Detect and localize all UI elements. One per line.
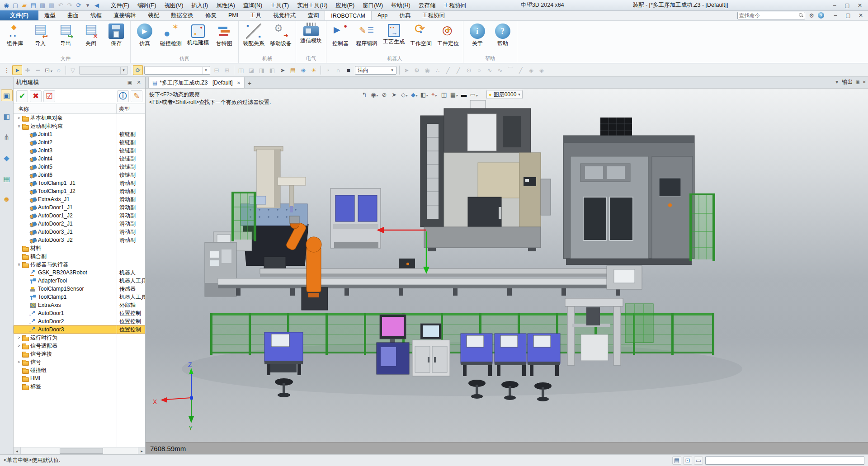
- close-panel-icon[interactable]: ✕: [135, 79, 142, 86]
- process-generate-button[interactable]: 工艺生成: [380, 21, 407, 46]
- last-view-icon[interactable]: ↰: [360, 90, 369, 99]
- tree-row[interactable]: ExtraAxis_J1 滑动副: [14, 195, 145, 203]
- tree-row[interactable]: GSK_RB20A3Robot 机器人: [14, 268, 145, 277]
- tree-row[interactable]: Joint1 铰链副: [14, 130, 145, 138]
- search-input[interactable]: [739, 13, 799, 18]
- close-output-icon[interactable]: ✕: [863, 80, 866, 85]
- expander-icon[interactable]: >: [16, 116, 22, 120]
- pick-box-icon[interactable]: ⊡: [43, 65, 53, 75]
- line-icon[interactable]: ╱: [443, 65, 453, 75]
- mechatronics-panel-icon[interactable]: ▣: [1, 89, 13, 101]
- restore-output-icon[interactable]: ▣: [855, 80, 859, 85]
- tree-row[interactable]: Joint5 铰链副: [14, 163, 145, 171]
- layer-dropdown[interactable]: ● 图层0000 ▾: [486, 90, 523, 99]
- tree-row[interactable]: > 基本机电对象: [14, 114, 145, 122]
- about-button[interactable]: 关于: [465, 21, 490, 47]
- shaded-icon[interactable]: ◆: [410, 90, 419, 99]
- align-right-icon[interactable]: ◨: [257, 65, 267, 75]
- controller-button[interactable]: 控制器: [328, 21, 353, 47]
- workspace-button[interactable]: 工作空间: [407, 21, 434, 47]
- scroll-left-icon[interactable]: ◂: [14, 447, 21, 454]
- menu-item[interactable]: 属性(A): [212, 0, 239, 11]
- tree-row[interactable]: > 运行时行为: [14, 334, 145, 342]
- new-doc-icon[interactable]: ▢: [11, 1, 20, 9]
- tree-row[interactable]: AutoDoor2 位置控制: [14, 317, 145, 325]
- collapse-output-icon[interactable]: ▼: [835, 80, 839, 85]
- curve-icon[interactable]: ∩: [333, 65, 343, 75]
- menu-item[interactable]: 帮助(H): [387, 0, 414, 11]
- toolbar-grip[interactable]: ⋮: [2, 65, 12, 75]
- tree-row[interactable]: AutoDoor1_J1 滑动副: [14, 203, 145, 212]
- tree-row[interactable]: > 信号适配器: [14, 342, 145, 350]
- menu-item[interactable]: 编辑(E): [133, 0, 160, 11]
- help-icon[interactable]: ?: [818, 12, 824, 19]
- mechatronics-button[interactable]: 机电建模: [184, 21, 212, 47]
- simulate-button[interactable]: 仿真: [132, 21, 157, 47]
- scroll-right-icon[interactable]: ▸: [138, 447, 145, 454]
- tree-row[interactable]: 碰撞组: [14, 366, 145, 374]
- app-logo-icon[interactable]: ◉: [2, 1, 11, 9]
- pick-arrow-icon[interactable]: ➤: [12, 65, 22, 75]
- info-icon[interactable]: ⓘ: [117, 90, 129, 102]
- ribbon-tab[interactable]: 修复: [199, 10, 222, 20]
- black-swatch-icon[interactable]: ▬: [459, 90, 468, 99]
- save-icon[interactable]: ▤: [29, 1, 38, 9]
- menu-item[interactable]: 文件(F): [107, 0, 133, 11]
- confirm-icon[interactable]: ✔: [16, 90, 28, 102]
- assembly-manager-icon[interactable]: ◧: [1, 110, 13, 122]
- message-icon[interactable]: ▭: [694, 457, 703, 465]
- program-edit-button[interactable]: 程序编辑: [353, 21, 380, 47]
- report-icon[interactable]: ✎: [131, 90, 142, 102]
- ribbon-tab[interactable]: 视觉样式: [267, 10, 302, 20]
- cancel-icon[interactable]: ✖: [30, 90, 42, 102]
- minimize-button[interactable]: –: [828, 1, 841, 10]
- solid-box-icon[interactable]: ◆: [1, 152, 13, 164]
- box-icon[interactable]: ◈: [526, 65, 536, 75]
- line2-icon[interactable]: ╱: [516, 65, 526, 75]
- user-icon[interactable]: ☻: [1, 193, 13, 205]
- ribbon-tab[interactable]: 曲面: [61, 10, 85, 20]
- menu-item[interactable]: 实用工具(U): [293, 0, 331, 11]
- tree-row[interactable]: > 信号: [14, 358, 145, 366]
- expander-icon[interactable]: >: [16, 335, 22, 340]
- gantt-button[interactable]: 甘特图: [212, 21, 237, 47]
- hierarchy-icon[interactable]: ⋔: [1, 131, 13, 143]
- ribbon-tab[interactable]: 仿真: [393, 10, 416, 20]
- save-button[interactable]: 保存: [104, 21, 129, 47]
- circle-center-icon[interactable]: ⊙: [464, 65, 474, 75]
- tree-row[interactable]: ∨ 传感器与执行器: [14, 260, 145, 268]
- tree-row[interactable]: 材料: [14, 244, 145, 252]
- new-tab-button[interactable]: +: [245, 78, 255, 88]
- tree-row[interactable]: HMI: [14, 374, 145, 382]
- plane-swatch-icon[interactable]: ■: [344, 65, 354, 75]
- batch-print-icon[interactable]: ▥: [47, 1, 56, 9]
- tree-row[interactable]: 耦合副: [14, 252, 145, 260]
- filter-combo[interactable]: [78, 65, 129, 75]
- column-type[interactable]: 类型: [116, 104, 145, 113]
- tree-row[interactable]: Joint2 铰链副: [14, 138, 145, 146]
- tree-row[interactable]: Joint6 铰链副: [14, 171, 145, 179]
- measure-icon[interactable]: ⊟: [212, 65, 222, 75]
- command-input[interactable]: [705, 457, 864, 465]
- wave-icon[interactable]: ∿: [495, 65, 505, 75]
- workpiece-locate-button[interactable]: 工件定位: [434, 21, 462, 47]
- menu-item[interactable]: 查询(N): [239, 0, 266, 11]
- menu-item[interactable]: 视图(V): [160, 0, 188, 11]
- undo-icon[interactable]: ↶: [56, 1, 65, 9]
- menu-item[interactable]: 云存储: [415, 0, 440, 11]
- menu-item[interactable]: 窗口(W): [359, 0, 387, 11]
- play-icon[interactable]: ◉: [422, 65, 432, 75]
- tab-close-icon[interactable]: ✕: [237, 80, 241, 85]
- tree-row[interactable]: ToolClamp1_J1 滑动副: [14, 179, 145, 187]
- white-swatch-icon[interactable]: ▭: [469, 90, 478, 99]
- world-icon[interactable]: ⊕: [298, 65, 308, 75]
- visibility-icon[interactable]: ◉: [370, 90, 379, 99]
- render-image-icon[interactable]: ▦: [1, 173, 13, 184]
- ribbon-tab[interactable]: 工具: [244, 10, 267, 20]
- section-icon[interactable]: ◫: [439, 90, 448, 99]
- command-search[interactable]: [737, 12, 805, 19]
- toolbar-item[interactable]: [399, 66, 400, 75]
- tree-row[interactable]: Joint4 铰链副: [14, 155, 145, 163]
- jog-icon[interactable]: ⊞: [222, 65, 232, 75]
- monitor-icon[interactable]: ⊡: [683, 457, 692, 465]
